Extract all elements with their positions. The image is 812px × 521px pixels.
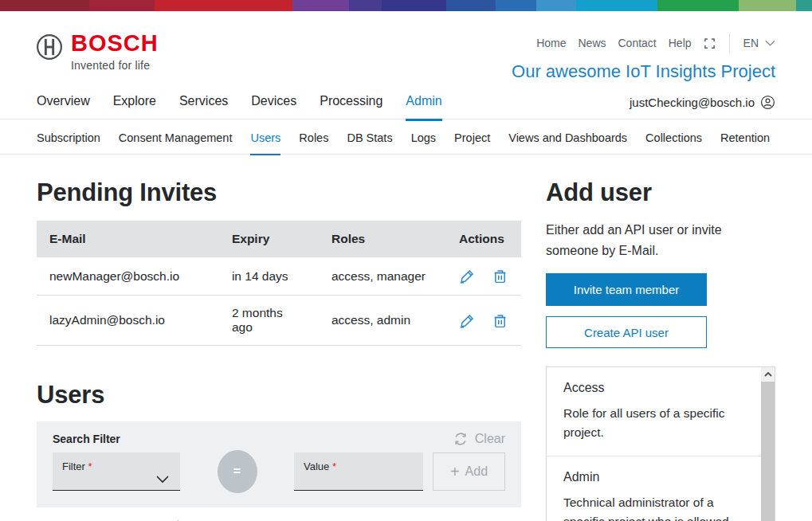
utility-link-help[interactable]: Help [669, 37, 692, 49]
nav-item-services[interactable]: Services [179, 94, 228, 119]
subnav-item-retention[interactable]: Retention [720, 131, 770, 154]
search-filter-panel: Search Filter Clear Filter * [37, 421, 521, 507]
edit-invite-icon[interactable] [459, 268, 476, 284]
edit-invite-icon[interactable] [459, 312, 476, 329]
add-label: Add [465, 464, 488, 479]
subnav-item-views-and-dashboards[interactable]: Views and Dashboards [508, 131, 627, 154]
nav-item-devices[interactable]: Devices [251, 94, 296, 119]
brand-name: BOSCH [71, 32, 159, 55]
page-header: BOSCH Invented for life Home News Contac… [0, 11, 812, 84]
user-menu[interactable]: justChecking@bosch.io [630, 95, 775, 119]
invite-email: lazyAdmin@bosch.io [37, 296, 219, 346]
nav-item-overview[interactable]: Overview [37, 94, 90, 119]
clear-filter-button[interactable]: Clear [453, 431, 505, 447]
subnav-item-subscription[interactable]: Subscription [37, 131, 100, 154]
filter-select[interactable]: Filter * [53, 452, 180, 491]
nav-item-processing[interactable]: Processing [320, 94, 382, 119]
main-content: Pending Invites E-Mail Expiry Roles Acti… [0, 155, 812, 521]
filter-row: Filter * = Value * + Add [53, 452, 505, 493]
nav-item-explore[interactable]: Explore [113, 94, 156, 119]
subnav-item-project[interactable]: Project [454, 131, 490, 154]
row-actions [459, 268, 508, 284]
role-name: Access [563, 381, 754, 395]
invite-expiry-expired: 2 months ago [219, 296, 319, 346]
utility-nav: Home News Contact Help EN [536, 33, 775, 53]
brand-tagline: Invented for life [71, 59, 159, 72]
role-item-access[interactable]: Access Role for all users of a specific … [547, 367, 761, 456]
add-user-description: Either add an API user or invite someone… [546, 220, 747, 260]
language-label: EN [743, 37, 759, 49]
chevron-up-icon [764, 372, 772, 377]
role-name: Admin [563, 470, 754, 484]
role-description: Role for all users of a specific project… [563, 404, 754, 442]
clear-label: Clear [475, 432, 505, 446]
column-header-expiry: Expiry [219, 221, 319, 257]
table-row: lazyAdmin@bosch.io 2 months ago access, … [37, 296, 521, 346]
role-description: Technical administrator of a specific pr… [563, 493, 754, 521]
subnav-item-users[interactable]: Users [250, 131, 280, 154]
main-nav: Overview Explore Services Devices Proces… [0, 84, 812, 119]
utility-link-news[interactable]: News [578, 37, 606, 49]
value-input-label: Value * [304, 460, 336, 472]
right-column: Add user Either add an API user or invit… [546, 155, 775, 521]
invite-email: newManager@bosch.io [37, 257, 219, 296]
bosch-anchor-icon [36, 33, 63, 61]
sync-icon [453, 431, 469, 447]
pending-invites-table: E-Mail Expiry Roles Actions newManager@b… [37, 221, 521, 346]
subnav-item-roles[interactable]: Roles [299, 131, 328, 154]
value-input[interactable]: Value * [294, 452, 423, 491]
subnav-item-consent-management[interactable]: Consent Management [119, 131, 233, 154]
filter-operator-badge: = [218, 450, 257, 493]
add-filter-button[interactable]: + Add [433, 452, 505, 491]
left-column: Pending Invites E-Mail Expiry Roles Acti… [37, 155, 521, 521]
chevron-down-icon [156, 476, 169, 484]
logo-text: BOSCH Invented for life [71, 32, 159, 72]
table-row: newManager@bosch.io in 14 days access, m… [37, 257, 521, 296]
scrollbar-thumb[interactable] [761, 382, 775, 521]
role-item-admin[interactable]: Admin Technical administrator of a speci… [547, 456, 761, 521]
chevron-down-icon [765, 40, 775, 47]
utility-link-contact[interactable]: Contact [618, 37, 657, 49]
subnav-item-collections[interactable]: Collections [645, 131, 702, 154]
column-header-roles: Roles [319, 221, 446, 257]
filter-select-label: Filter * [62, 460, 92, 472]
invite-expiry: in 14 days [219, 257, 319, 296]
required-marker: * [88, 460, 92, 472]
delete-invite-icon[interactable] [492, 312, 508, 329]
search-filter-label: Search Filter [53, 433, 505, 445]
project-title: Our awesome IoT Insights Project [512, 61, 775, 82]
pending-invites-title: Pending Invites [37, 178, 521, 207]
subnav-item-db-stats[interactable]: DB Stats [347, 131, 392, 154]
invite-roles: access, manager [319, 257, 446, 296]
user-email: justChecking@bosch.io [630, 96, 755, 109]
scroll-up-button[interactable] [761, 367, 775, 381]
fullscreen-icon[interactable] [704, 37, 716, 49]
main-nav-links: Overview Explore Services Devices Proces… [37, 94, 442, 119]
user-avatar-icon [760, 95, 775, 110]
language-selector[interactable]: EN [743, 37, 775, 49]
bosch-logo[interactable]: BOSCH Invented for life [36, 32, 159, 72]
operator-wrap: = [180, 452, 294, 493]
create-api-user-button[interactable]: Create API user [546, 316, 707, 348]
row-actions [459, 312, 508, 329]
utility-link-home[interactable]: Home [536, 37, 566, 49]
column-header-email: E-Mail [37, 221, 219, 257]
nav-item-admin[interactable]: Admin [406, 94, 441, 119]
roles-list: Access Role for all users of a specific … [547, 367, 761, 521]
roles-list-box: Access Role for all users of a specific … [546, 366, 775, 521]
add-user-title: Add user [546, 178, 775, 207]
invite-team-member-button[interactable]: Invite team member [546, 273, 707, 306]
admin-sub-nav: Subscription Consent Management Users Ro… [0, 119, 812, 155]
roles-scrollbar[interactable] [761, 367, 775, 521]
required-marker: * [332, 460, 336, 472]
delete-invite-icon[interactable] [492, 268, 508, 284]
plus-icon: + [450, 463, 460, 481]
table-header-row: E-Mail Expiry Roles Actions [37, 221, 521, 257]
divider [729, 33, 730, 53]
subnav-item-logs[interactable]: Logs [411, 131, 436, 154]
bosch-supergraphic [0, 0, 812, 11]
invite-roles: access, admin [319, 296, 446, 346]
users-title: Users [37, 381, 521, 409]
column-header-actions: Actions [446, 221, 521, 257]
